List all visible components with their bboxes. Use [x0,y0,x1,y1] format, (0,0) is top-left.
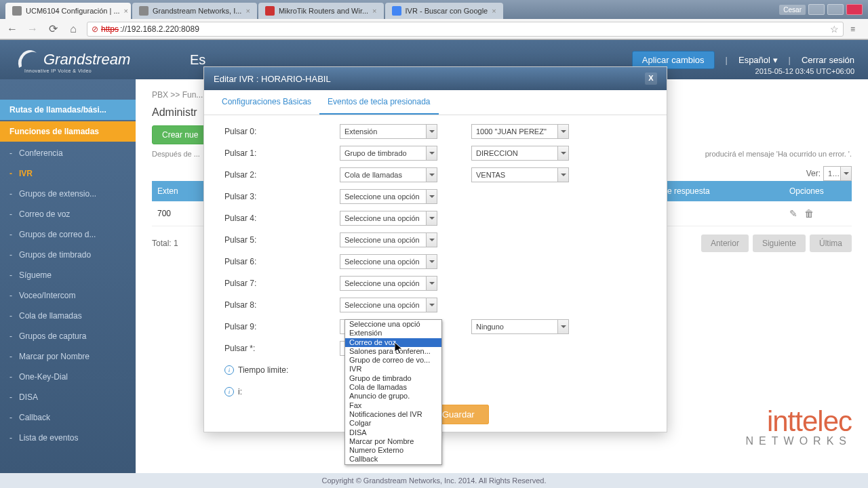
sidebar-item[interactable]: Lista de eventos [0,428,136,448]
pager-last[interactable]: Última [810,235,852,252]
table-header: e respuesta [662,181,784,201]
tab-close-icon[interactable]: × [124,7,128,15]
page-size-selector: Ver: 10 [806,166,852,181]
dropdown-option[interactable]: Notificaciones del IVR [345,410,441,419]
pager-prev[interactable]: Anterior [701,235,749,252]
create-button[interactable]: Crear nue [152,125,208,144]
back-button[interactable]: ← [5,22,19,36]
key-action-select[interactable]: Seleccione una opción [340,232,437,247]
tab-close-icon[interactable]: × [492,7,496,15]
page-title: Es [190,52,205,68]
bookmark-icon[interactable]: ☆ [830,24,839,35]
sidebar-section[interactable]: Funciones de llamadas [0,121,136,142]
dropdown-option[interactable]: Seleccione una opció [345,320,441,329]
dropdown-option[interactable]: IVR [345,365,441,373]
modal-close-button[interactable]: X [645,73,657,85]
key-label: Pulsar 0: [224,127,340,136]
dropdown-option[interactable]: Fax [345,401,441,410]
dropdown-option[interactable]: Callback [345,455,441,464]
key-action-select[interactable]: Grupo de timbrado [340,146,437,161]
key-press-row: Pulsar 5:Seleccione una opción [224,229,646,251]
dropdown-option[interactable]: Grupo de correo de vo... [345,356,441,365]
chrome-menu-icon[interactable]: ≡ [850,24,863,34]
sidebar-item-conference[interactable]: Conferencia [0,143,136,163]
url-host: 192.168.2.220:8089 [127,24,199,34]
dropdown-option[interactable]: Extensión [345,329,441,338]
dropdown-option[interactable]: Grupo de timbrado [345,374,441,383]
page-size-select[interactable]: 10 [823,166,852,181]
sidebar-item[interactable]: Marcar por Nombre [0,346,136,367]
minimize-button[interactable] [808,4,825,15]
key-dest-select[interactable]: DIRECCION [471,146,569,161]
address-bar: ← → ⟳ ⌂ ⊘ https://192.168.2.220:8089 ☆ ≡ [0,19,868,39]
dropdown-option[interactable]: Colgar [345,419,441,428]
logout-button[interactable]: Cerrar sesión [802,55,854,65]
delete-icon[interactable]: 🗑 [804,208,814,219]
forward-button[interactable]: → [26,22,39,36]
cursor-icon [395,342,404,356]
sidebar-item[interactable]: Grupos de correo d... [0,224,136,245]
sidebar-item[interactable]: Grupos de timbrado [0,245,136,265]
dropdown-list[interactable]: Seleccione una opcióExtensiónCorreo de v… [344,319,442,465]
reload-button[interactable]: ⟳ [46,22,60,36]
tab-key-events[interactable]: Eventos de tecla presionada [319,90,438,115]
sidebar-section[interactable]: Rutas de llamadas/bási... [0,100,136,120]
key-dest-select[interactable]: Ninguno [471,319,569,334]
sidebar-item[interactable]: Cola de llamadas [0,306,136,326]
sidebar-item[interactable]: DISA [0,387,136,407]
key-action-select[interactable]: Extensión [340,124,437,139]
url-scheme: https [101,24,119,34]
info-icon[interactable]: i [224,387,234,396]
table-header: Opciones [784,181,852,201]
key-press-row: Pulsar 2:Cola de llamadasVENTAS [224,164,646,186]
key-dest-select[interactable]: 1000 "JUAN PEREZ" [471,124,569,139]
window-controls: Cesar [779,3,863,16]
browser-tab[interactable]: IVR - Buscar con Google× [385,3,503,19]
sidebar-item[interactable]: Grupos de extensio... [0,184,136,204]
url-input[interactable]: ⊘ https://192.168.2.220:8089 ☆ [87,22,844,37]
key-action-select[interactable]: Seleccione una opción [340,298,437,312]
dropdown-option[interactable]: Numero Externo [345,446,441,455]
user-badge[interactable]: Cesar [779,5,806,15]
key-label: Pulsar 2: [224,170,340,180]
key-press-row: Pulsar 8:Seleccione una opción [224,294,646,316]
tab-close-icon[interactable]: × [245,7,250,15]
window-close-button[interactable] [846,4,863,15]
tab-basic-config[interactable]: Configuraciones Básicas [214,90,319,115]
key-action-select[interactable]: Seleccione una opción [340,211,437,226]
info-icon[interactable]: i [224,365,234,375]
timestamp: 2015-05-12 03:45 UTC+06:00 [755,67,854,75]
key-action-select[interactable]: Cola de llamadas [340,167,437,182]
sidebar-item[interactable]: Grupos de captura [0,326,136,346]
browser-tab[interactable]: Grandstream Networks, I...× [132,3,257,19]
sidebar-item-ivr[interactable]: IVR [0,163,136,184]
dropdown-option[interactable]: Cola de llamadas [345,383,441,392]
key-action-select[interactable]: Seleccione una opción [340,254,437,269]
sidebar-item[interactable]: One-Key-Dial [0,367,136,387]
key-press-row: Pulsar 4:Seleccione una opción [224,207,646,229]
dropdown-option[interactable]: DISA [345,428,441,437]
tab-close-icon[interactable]: × [372,7,376,15]
key-action-select[interactable]: Seleccione una opción [340,276,437,291]
browser-tab[interactable]: MikroTik Routers and Wir...× [258,3,384,19]
dropdown-option[interactable]: Salones para conferen... [345,347,441,356]
home-button[interactable]: ⌂ [66,22,80,36]
chevron-down-icon [426,233,437,247]
language-selector[interactable]: Español ▾ [738,55,778,65]
dropdown-option[interactable]: Anuncio de grupo. [345,392,441,401]
key-dest-select[interactable]: VENTAS [471,167,569,182]
dropdown-option[interactable]: Marcar por Nombre [345,437,441,446]
edit-icon[interactable]: ✎ [789,208,797,219]
pager-next[interactable]: Siguiente [753,235,806,252]
sidebar-item[interactable]: Correo de voz [0,204,136,224]
sidebar-item[interactable]: Voceo/Intercom [0,285,136,306]
browser-tab[interactable]: UCM6104 Configuración | ...× [5,3,131,19]
key-press-row: Pulsar 1:Grupo de timbradoDIRECCION [224,142,646,164]
key-action-select[interactable]: Seleccione una opción [340,189,437,204]
chevron-down-icon [557,320,568,333]
sidebar-item[interactable]: Callback [0,407,136,428]
sidebar-item[interactable]: Sígueme [0,265,136,285]
maximize-button[interactable] [827,4,844,15]
chevron-down-icon [426,255,437,268]
dropdown-option[interactable]: Correo de voz [345,338,441,347]
